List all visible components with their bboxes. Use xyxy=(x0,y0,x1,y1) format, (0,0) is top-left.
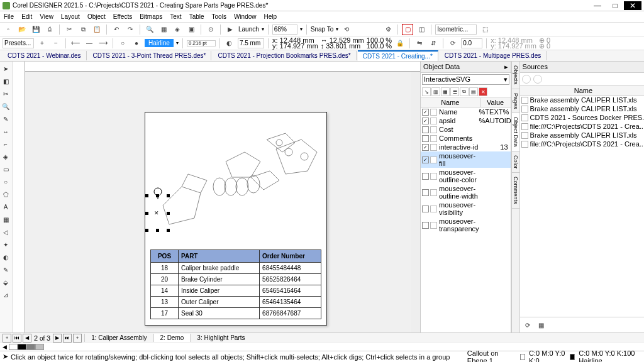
side-tab[interactable]: Object Data xyxy=(512,113,519,151)
menu-bitmaps[interactable]: Bitmaps xyxy=(140,13,162,20)
page-tab[interactable]: 3: Highlight Parts xyxy=(190,334,251,342)
lock-ratio-icon[interactable]: 🔒 xyxy=(394,38,406,49)
callout-tool-icon[interactable]: ◁ xyxy=(0,226,11,238)
checkbox[interactable]: ✓ xyxy=(422,118,429,124)
object-data-row[interactable]: mouseover-outline-width xyxy=(421,184,511,200)
outline-swatch[interactable] xyxy=(570,354,575,360)
open-icon[interactable]: 📂 xyxy=(16,24,28,35)
line-style-icon[interactable]: — xyxy=(84,38,95,49)
close-button[interactable]: ✕ xyxy=(624,1,641,10)
src-add-icon[interactable] xyxy=(522,75,531,84)
od-btn1-icon[interactable]: ↘ xyxy=(422,87,431,96)
menu-file[interactable]: File xyxy=(4,13,14,20)
print-icon[interactable]: ⎙ xyxy=(44,24,55,35)
shape-tool-icon[interactable]: ◧ xyxy=(0,75,11,87)
text-tool-icon[interactable]: A xyxy=(0,201,11,212)
canvas[interactable]: ✕ POSPARTOrder Number 18Caliper brake pa… xyxy=(13,62,420,332)
ruler-horizontal[interactable] xyxy=(25,62,420,72)
red-box-icon[interactable]: ▢ xyxy=(402,24,413,35)
od-btn5-icon[interactable]: ⧉ xyxy=(460,87,469,96)
object-data-row[interactable]: ✓Name%TEXT% xyxy=(421,107,511,116)
last-page-icon[interactable]: ⏭ xyxy=(63,334,72,343)
od-delete-icon[interactable]: ✕ xyxy=(479,87,487,96)
menu-effects[interactable]: Effects xyxy=(113,13,132,20)
add-page-icon[interactable]: + xyxy=(3,334,11,343)
transparency-tool-icon[interactable]: ◐ xyxy=(0,251,11,263)
menu-help[interactable]: Help xyxy=(264,13,277,20)
line-end-icon[interactable]: ⟶ xyxy=(97,38,109,49)
paste-icon[interactable]: 📋 xyxy=(91,24,103,35)
cut-icon[interactable]: ✂ xyxy=(64,24,75,35)
halo-off-icon[interactable]: ○ xyxy=(117,38,128,49)
doc-tab[interactable]: CDTS 2021 - Creating...* xyxy=(358,50,438,61)
checkbox[interactable] xyxy=(422,173,429,180)
source-row[interactable]: Brake assembly CALIPER LIST.xls1 xyxy=(520,96,644,104)
menu-layout[interactable]: Layout xyxy=(61,13,80,20)
shadow-icon[interactable]: ▣ xyxy=(186,24,197,35)
hairline-button[interactable]: Hairline xyxy=(145,39,174,47)
halo-on-icon[interactable]: ● xyxy=(131,38,142,49)
flip-h-icon[interactable]: ⇋ xyxy=(414,38,425,49)
object-data-row[interactable]: Comments xyxy=(421,134,511,143)
doc-tab[interactable]: CDTS 2021 - 3-Point Thread PRES.des* xyxy=(88,51,212,60)
presets-combo[interactable] xyxy=(3,38,34,48)
checkbox[interactable]: ✓ xyxy=(422,156,429,163)
flip-v-icon[interactable]: ⇵ xyxy=(428,38,439,49)
snap-label[interactable]: Snap To xyxy=(311,26,334,33)
3d-icon[interactable]: ◫ xyxy=(416,24,427,35)
add-page-after-icon[interactable]: + xyxy=(73,334,82,343)
launch-label[interactable]: Launch xyxy=(238,26,259,33)
menu-text[interactable]: Text xyxy=(170,13,181,20)
checkbox[interactable] xyxy=(422,222,429,229)
gravity-icon[interactable]: ⊙ xyxy=(205,24,216,35)
checkbox[interactable] xyxy=(422,206,429,212)
side-tab[interactable]: Color xyxy=(512,151,519,173)
undo-icon[interactable]: ↶ xyxy=(111,24,122,35)
polygon-tool-icon[interactable]: ⬠ xyxy=(0,189,11,200)
rot-input[interactable] xyxy=(461,38,482,48)
page-tab[interactable]: 1: Caliper Assembly xyxy=(84,334,153,342)
curve-tool-icon[interactable]: ✎ xyxy=(0,113,11,124)
checkbox[interactable]: ✓ xyxy=(422,144,429,151)
projected-shape-icon[interactable]: ◈ xyxy=(0,151,11,162)
menu-view[interactable]: View xyxy=(40,13,53,20)
ruler-vertical[interactable] xyxy=(13,62,25,332)
menu-tools[interactable]: Tools xyxy=(212,13,226,20)
rectangle-tool-icon[interactable]: ▭ xyxy=(0,163,11,175)
line-start-icon[interactable]: ⟵ xyxy=(70,38,81,49)
pick-tool-icon[interactable]: ➤ xyxy=(0,63,11,74)
object-data-row[interactable]: mouseover-transparency xyxy=(421,217,511,233)
launch-icon[interactable]: ▶ xyxy=(225,24,236,35)
src-foot1-icon[interactable]: ⟳ xyxy=(522,319,533,331)
refresh-icon[interactable]: ⟲ xyxy=(341,24,352,35)
next-page-icon[interactable]: ▶ xyxy=(53,334,62,343)
scrollbar-vertical[interactable] xyxy=(411,72,420,332)
add-preset-icon[interactable]: + xyxy=(36,38,48,49)
projected-icon[interactable]: ◈ xyxy=(172,24,183,35)
new-icon[interactable]: ▫ xyxy=(3,24,14,35)
side-tab[interactable]: Pages xyxy=(512,89,519,114)
fill-swatch[interactable] xyxy=(520,354,525,360)
save-icon[interactable]: 💾 xyxy=(30,24,42,35)
side-tab[interactable]: Objects xyxy=(512,62,519,89)
table-tool-icon[interactable]: ▦ xyxy=(0,214,11,225)
zoom-input[interactable] xyxy=(272,25,297,35)
connector-tool-icon[interactable]: ⌐ xyxy=(0,138,11,150)
crop-tool-icon[interactable]: ✂ xyxy=(0,88,11,99)
pt-input[interactable] xyxy=(187,40,216,47)
eyedropper-tool-icon[interactable]: ✎ xyxy=(0,264,11,275)
doc-tab[interactable]: CDTS 2021 - Projection Bookmarks PRES.de… xyxy=(213,51,356,60)
halo-input[interactable] xyxy=(238,38,264,48)
checkbox[interactable] xyxy=(422,126,429,133)
src-foot2-icon[interactable]: ▦ xyxy=(536,319,547,331)
object-data-row[interactable]: ✓interactive-id13 xyxy=(421,143,511,151)
src-refresh-icon[interactable] xyxy=(533,75,542,84)
search-icon[interactable]: 🔍 xyxy=(144,24,155,35)
projection-combo[interactable] xyxy=(435,25,477,35)
first-page-icon[interactable]: ⏮ xyxy=(13,334,21,343)
checkbox[interactable]: ✓ xyxy=(422,109,429,116)
object-data-row[interactable]: mouseover-outline-color xyxy=(421,168,511,184)
maximize-button[interactable]: □ xyxy=(606,1,624,10)
del-preset-icon[interactable]: − xyxy=(50,38,62,49)
checkbox[interactable] xyxy=(422,135,429,142)
